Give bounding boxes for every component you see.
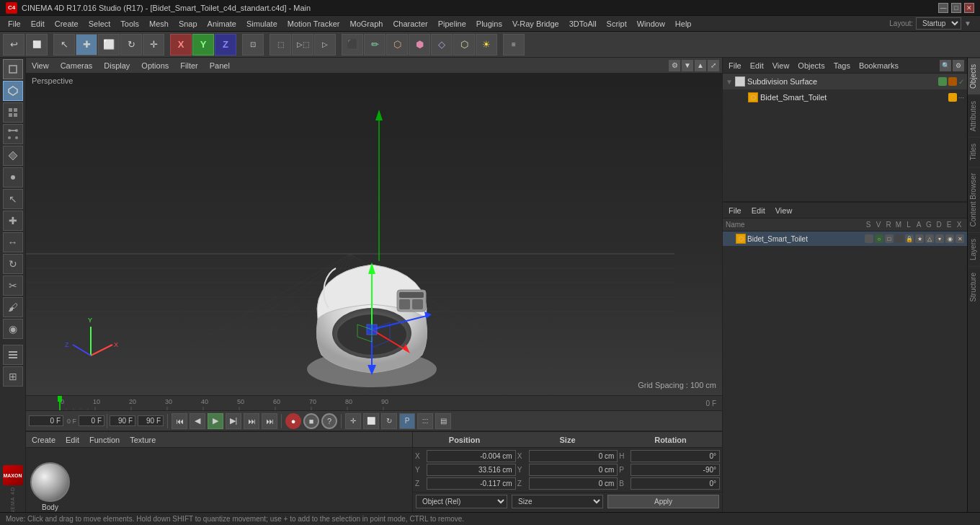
position-z-field[interactable] bbox=[427, 477, 516, 490]
menu-edit[interactable]: Edit bbox=[26, 18, 50, 30]
model-mode-btn[interactable] bbox=[3, 59, 23, 79]
vp-canvas[interactable]: X Y Z Perspective Grid Spacing : 100 cm bbox=[26, 74, 722, 395]
size-x-field[interactable] bbox=[529, 450, 618, 462]
rotation-h-field[interactable] bbox=[631, 450, 720, 462]
material-body-item[interactable]: Body bbox=[30, 462, 70, 511]
vp-menu-panel[interactable]: Panel bbox=[207, 60, 233, 71]
rotate-tool[interactable]: ↻ bbox=[120, 34, 142, 56]
ts-r[interactable]: □ bbox=[885, 234, 894, 243]
motion-btn[interactable]: ↻ bbox=[381, 413, 397, 429]
start-frame-field[interactable] bbox=[79, 415, 104, 426]
obj-bottom-toilet-row[interactable]: ⬡ Bidet_Smart_Toilet ○ □ 🔒 ★ △ ▾ ◉ ✕ bbox=[723, 231, 967, 246]
mat-menu-edit[interactable]: Edit bbox=[63, 434, 82, 446]
obj-top-file[interactable]: File bbox=[726, 60, 744, 71]
layout-dropdown[interactable]: Startup bbox=[916, 17, 961, 30]
tab-layers[interactable]: Layers bbox=[968, 232, 980, 266]
texture-mode-btn[interactable] bbox=[3, 102, 23, 123]
prev-frame-btn[interactable]: ◀ bbox=[190, 413, 205, 429]
ts-v[interactable]: ○ bbox=[875, 234, 883, 243]
stop-btn[interactable]: ■ bbox=[303, 413, 319, 429]
menu-pipeline[interactable]: Pipeline bbox=[433, 18, 471, 30]
ts-e[interactable]: ◉ bbox=[945, 234, 954, 243]
subdiv-dot2[interactable] bbox=[948, 77, 957, 86]
menu-mesh[interactable]: Mesh bbox=[144, 18, 174, 30]
maximize-button[interactable]: □ bbox=[951, 3, 961, 13]
point-mode-btn[interactable] bbox=[3, 167, 23, 188]
rotation-p-field[interactable] bbox=[631, 464, 720, 476]
cube-btn[interactable]: ⬛ bbox=[342, 34, 363, 56]
tab-titles[interactable]: Titles bbox=[968, 137, 980, 167]
ts-g[interactable]: △ bbox=[925, 234, 934, 243]
camera-btn[interactable]: ⬡ bbox=[453, 34, 475, 56]
tab-objects[interactable]: Objects bbox=[968, 58, 980, 94]
apply-button[interactable]: Apply bbox=[607, 495, 719, 508]
polygon-mode-btn[interactable] bbox=[3, 146, 23, 166]
scene-btn[interactable]: ◇ bbox=[431, 34, 453, 56]
end-frame-field[interactable] bbox=[110, 415, 135, 426]
spline-btn[interactable]: ✏ bbox=[364, 34, 386, 56]
coord-size-select[interactable]: Size Scale bbox=[512, 495, 603, 508]
coord-mode-select[interactable]: Object (Rel) Object (Abs) World bbox=[416, 495, 507, 508]
obj-bot-edit[interactable]: Edit bbox=[749, 205, 768, 216]
redo-button[interactable]: ⬜ bbox=[26, 34, 48, 56]
next-frame-btn[interactable]: ▶| bbox=[226, 413, 241, 429]
vp-menu-filter[interactable]: Filter bbox=[177, 60, 200, 71]
floor-btn[interactable]: ≡ bbox=[503, 34, 525, 56]
menu-character[interactable]: Character bbox=[388, 18, 432, 30]
tab-attributes[interactable]: Attributes bbox=[968, 94, 980, 137]
brush-btn[interactable]: 🖌 bbox=[3, 297, 23, 317]
obj-top-bookmarks[interactable]: Bookmarks bbox=[856, 60, 901, 71]
subdiv-check[interactable]: ✓ bbox=[958, 78, 964, 86]
menu-snap[interactable]: Snap bbox=[174, 18, 202, 30]
size-y-field[interactable] bbox=[529, 464, 618, 476]
obj-top-edit[interactable]: Edit bbox=[747, 60, 767, 71]
menu-plugins[interactable]: Plugins bbox=[471, 18, 507, 30]
move-tool[interactable]: ✚ bbox=[76, 34, 97, 56]
tab-content-browser[interactable]: Content Browser bbox=[968, 167, 980, 232]
goto-start-btn[interactable]: ⏮ bbox=[172, 413, 187, 429]
object-mode-btn[interactable] bbox=[3, 81, 23, 101]
menu-window[interactable]: Window bbox=[632, 18, 670, 30]
scale-btn[interactable]: ↔ bbox=[3, 232, 23, 252]
move-btn[interactable]: ✚ bbox=[3, 211, 23, 231]
play-btn[interactable]: ▶ bbox=[208, 413, 223, 429]
obj-settings-icon[interactable]: ⚙ bbox=[953, 60, 964, 71]
mat-menu-create[interactable]: Create bbox=[29, 434, 58, 446]
ts-s[interactable] bbox=[865, 234, 873, 243]
position-x-field[interactable] bbox=[427, 450, 516, 462]
undo-button[interactable]: ↩ bbox=[3, 34, 24, 56]
vp-icon-maximize[interactable]: ⤢ bbox=[708, 60, 719, 71]
coord-system-btn[interactable]: ⊡ bbox=[242, 34, 264, 56]
ts-a[interactable]: ★ bbox=[915, 234, 924, 243]
z-axis-btn[interactable]: Z bbox=[215, 34, 236, 56]
viewport[interactable]: View Cameras Display Options Filter Pane… bbox=[26, 58, 722, 395]
obj-top-view[interactable]: View bbox=[770, 60, 793, 71]
toilet-mat-dot[interactable] bbox=[948, 93, 957, 102]
filter-btn[interactable]: ⊞ bbox=[3, 366, 23, 387]
menu-create[interactable]: Create bbox=[50, 18, 84, 30]
ts-d[interactable]: ▾ bbox=[935, 234, 944, 243]
ts-m[interactable] bbox=[895, 234, 904, 243]
scale-tool[interactable]: ⬜ bbox=[98, 34, 120, 56]
vp-menu-view[interactable]: View bbox=[29, 60, 52, 71]
menu-simulate[interactable]: Simulate bbox=[241, 18, 282, 30]
render-region-btn[interactable]: ⬚ bbox=[270, 34, 291, 56]
vp-menu-cameras[interactable]: Cameras bbox=[58, 60, 96, 71]
menu-motion-tracker[interactable]: Motion Tracker bbox=[282, 18, 345, 30]
current-frame-field[interactable] bbox=[29, 415, 63, 426]
vp-icon-down[interactable]: ▼ bbox=[682, 60, 693, 71]
dots-btn[interactable]: ::: bbox=[417, 413, 433, 429]
live-select-btn[interactable]: ↖ bbox=[3, 189, 23, 209]
autokey-btn[interactable]: ⬜ bbox=[363, 413, 379, 429]
close-button[interactable]: ✕ bbox=[964, 3, 974, 13]
keyframe-btn[interactable]: ✛ bbox=[345, 413, 361, 429]
obj-top-tags[interactable]: Tags bbox=[831, 60, 853, 71]
obj-top-objects[interactable]: Objects bbox=[795, 60, 827, 71]
position-record-btn[interactable]: P bbox=[399, 413, 415, 429]
knife-btn[interactable]: ✂ bbox=[3, 275, 23, 296]
ts-l[interactable]: 🔒 bbox=[905, 234, 914, 243]
x-axis-btn[interactable]: X bbox=[170, 34, 192, 56]
select-tool[interactable]: ↖ bbox=[53, 34, 75, 56]
magnet-btn[interactable]: ◉ bbox=[3, 319, 23, 339]
timeline-view-btn[interactable]: ▤ bbox=[435, 413, 451, 429]
